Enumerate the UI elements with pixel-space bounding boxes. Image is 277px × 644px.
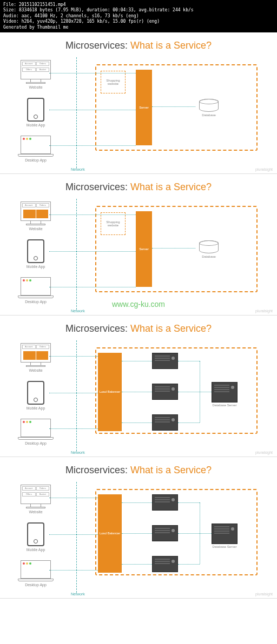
client-mobile: Mobile App	[17, 98, 55, 127]
slide-2: Microservices: What is a Service? Accoun…	[0, 174, 277, 316]
pluralsight-mark: pluralsight	[255, 167, 273, 171]
mobile-icon	[27, 98, 44, 122]
client-desktop: Desktop App	[17, 277, 55, 304]
server-3: Server 3	[152, 414, 164, 419]
database-server: Database Server	[212, 524, 238, 548]
laptop-icon	[21, 419, 51, 437]
browser-icon: AccountOrders	[21, 202, 51, 221]
shopping-box: Shopping website	[101, 71, 126, 93]
client-desktop: Desktop App	[17, 419, 55, 445]
server-bar: Server	[136, 211, 152, 287]
load-balancer: Load Balancer	[98, 494, 122, 573]
shopping-box: Shopping website	[101, 212, 126, 235]
network-divider	[76, 482, 77, 593]
network-divider	[76, 340, 77, 451]
client-desktop: Desktop App	[17, 136, 55, 162]
server-1: Server 1	[152, 494, 164, 499]
client-desktop: Desktop App	[17, 560, 55, 587]
server-3: Server 3	[152, 556, 164, 560]
mobile-icon	[27, 522, 44, 546]
client-website: AccountOrders Website	[17, 202, 55, 231]
client-mobile: Mobile App	[17, 381, 55, 410]
server-2: Server 2	[152, 525, 164, 529]
slide-title: Microservices: What is a Service?	[5, 40, 272, 51]
diagram-1: AccountOrders OffersBasket Website Mobil…	[6, 60, 271, 163]
client-mobile: Mobile App	[17, 522, 55, 552]
meta-size: Size: 8334618 bytes (7.95 MiB), duration…	[3, 8, 274, 13]
laptop-icon	[21, 136, 51, 154]
pluralsight-mark: pluralsight	[255, 309, 273, 313]
diagram-4: AccountOrders OffersBasket Website Mobil…	[6, 485, 271, 587]
network-label: Network	[71, 167, 85, 171]
diagram-2: AccountOrders Website Mobile App Desktop…	[6, 202, 271, 304]
browser-icon: AccountOrders OffersBasket	[21, 60, 51, 79]
mobile-icon	[27, 381, 44, 405]
browser-icon: AccountOrders	[21, 343, 51, 363]
slide-3: Microservices: What is a Service? Accoun…	[0, 316, 277, 457]
client-website: AccountOrders OffersBasket Website	[17, 60, 55, 89]
client-website: AccountOrders OffersBasket Website	[17, 485, 55, 514]
meta-video: Video: h264, yuv420p, 1280x720, 165 kb/s…	[3, 19, 274, 24]
server-bar: Server	[136, 70, 152, 145]
slide-4: Microservices: What is a Service? Accoun…	[0, 457, 277, 599]
laptop-icon	[21, 277, 51, 296]
server-1: Server 1	[152, 353, 164, 357]
slide-title: Microservices: What is a Service?	[5, 323, 272, 334]
network-label: Network	[71, 309, 85, 313]
database-icon: Database	[195, 240, 222, 258]
client-mobile: Mobile App	[17, 239, 55, 269]
network-label: Network	[71, 451, 85, 454]
diagram-3: AccountOrders Website Mobile App Desktop…	[6, 343, 271, 446]
meta-gen: Generated by Thumbnail me	[3, 25, 274, 30]
network-label: Network	[71, 592, 85, 596]
client-website: AccountOrders Website	[17, 343, 55, 372]
load-balancer: Load Balancer	[98, 353, 122, 431]
metadata-header: File: 20151102151451.mp4 Size: 8334618 b…	[0, 0, 277, 32]
mobile-icon	[27, 239, 44, 263]
slide-title: Microservices: What is a Service?	[5, 182, 272, 193]
pluralsight-mark: pluralsight	[255, 592, 273, 596]
database-icon: Database	[195, 99, 222, 116]
database-server: Database Server	[212, 382, 238, 407]
slide-title: Microservices: What is a Service?	[5, 465, 272, 476]
meta-audio: Audio: aac, 44100 Hz, 2 channels, s16, 7…	[3, 14, 274, 19]
browser-icon: AccountOrders OffersBasket	[21, 485, 51, 504]
server-2: Server 2	[152, 384, 164, 388]
network-divider	[76, 199, 77, 310]
network-divider	[76, 57, 77, 168]
watermark-text: www.cg-ku.com	[112, 300, 165, 308]
meta-file: File: 20151102151451.mp4	[3, 2, 274, 8]
slide-1: Microservices: What is a Service? Accoun…	[0, 32, 277, 174]
laptop-icon	[21, 560, 51, 579]
pluralsight-mark: pluralsight	[255, 451, 273, 454]
